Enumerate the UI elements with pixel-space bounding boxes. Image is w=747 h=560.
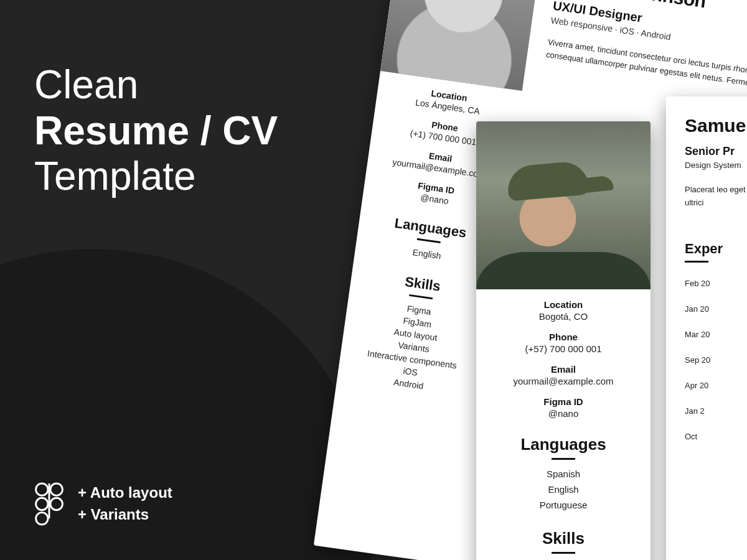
section-rule: [552, 552, 575, 554]
title-line-2: Resume / CV: [34, 108, 278, 154]
date-item: Mar 20: [685, 330, 747, 339]
date-item: Jan 20: [685, 304, 747, 314]
languages-heading: Languages: [476, 435, 651, 454]
feature-variants: + Variants: [78, 504, 172, 526]
svg-point-1: [50, 483, 62, 495]
resume-role: Senior Pr: [685, 145, 747, 158]
location-value: Bogotá, CO: [489, 311, 638, 322]
resume-name: Samuel: [685, 115, 747, 136]
date-item: Jan 2: [685, 406, 747, 416]
avatar-front: [476, 121, 651, 289]
svg-point-0: [36, 483, 48, 495]
figma-id-label: Figma ID: [489, 396, 638, 407]
title-line-3: Template: [34, 154, 278, 200]
figma-id-value: @nano: [489, 408, 638, 419]
promo-title-block: Clean Resume / CV Template: [34, 62, 278, 200]
date-item: Apr 20: [685, 381, 747, 390]
promo-title: Clean Resume / CV Template: [34, 62, 278, 200]
email-label: Email: [489, 364, 638, 375]
resume-summary: Placerat leo eget nullam pharetra. lorem…: [685, 184, 747, 210]
language-item: Portuguese: [476, 497, 651, 513]
skills-heading: Skills: [476, 529, 651, 548]
resume-card-samuel: Samuel Senior Pr Design System Placerat …: [666, 96, 747, 560]
svg-point-3: [50, 498, 62, 510]
email-value: yourmail@example.com: [489, 376, 638, 386]
svg-point-4: [36, 513, 48, 525]
language-item: Spanish: [476, 466, 651, 482]
location-label: Location: [489, 299, 638, 310]
figma-icon: [34, 482, 64, 526]
experience-heading: Exper: [685, 241, 747, 257]
section-rule: [417, 238, 441, 243]
svg-point-2: [36, 498, 48, 510]
feature-auto-layout: + Auto layout: [78, 482, 172, 504]
title-line-1: Clean: [34, 62, 278, 108]
section-rule: [409, 294, 433, 299]
section-rule: [685, 261, 708, 263]
date-item: Oct: [685, 432, 747, 441]
language-item: English: [476, 482, 651, 497]
date-item: Feb 20: [685, 279, 747, 288]
resume-subrole: Design System: [685, 161, 747, 170]
resume-card-front: Location Bogotá, CO Phone (+57) 700 000 …: [476, 121, 651, 560]
phone-label: Phone: [489, 332, 638, 342]
section-rule: [552, 458, 575, 460]
date-item: Sep 20: [685, 355, 747, 365]
phone-value: (+57) 700 000 001: [489, 343, 638, 354]
features-row: + Auto layout + Variants: [34, 482, 172, 526]
feature-lines: + Auto layout + Variants: [78, 482, 172, 526]
